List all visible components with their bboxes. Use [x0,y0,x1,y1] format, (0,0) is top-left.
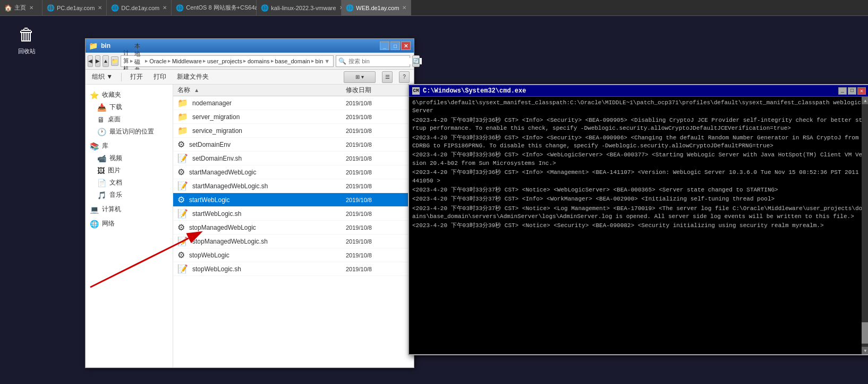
cmd-scroll-down[interactable]: ▼ [862,347,868,354]
cmd-scroll-thumb[interactable] [862,322,868,344]
file-date: 2019/10/8 [346,183,410,189]
file-name: startWebLogic [189,196,346,204]
explorer-main: ⭐ 收藏夹 📥 下载 🖥 桌面 🕐 最近访问的位置 [86,85,414,368]
tab-dc-close[interactable]: ✕ [163,5,167,11]
favorites-icon: ⭐ [90,91,99,99]
tab-web-close[interactable]: ✕ [402,5,406,11]
maximize-button[interactable]: □ [390,41,400,50]
up-button[interactable]: ▲ [103,55,109,67]
tab-home[interactable]: 🏠 主页 ✕ [0,0,42,15]
forward-button[interactable]: ▶ [95,55,100,67]
window-controls: _ □ ✕ [380,41,411,50]
organize-button[interactable]: 组织 ▼ [90,71,115,82]
cmd-line: <2023-4-20 下午03时33分36秒 CST> <Info> <WebL… [412,151,866,168]
file-icon: 📝 [177,236,188,246]
cmd-close-button[interactable]: ✕ [857,87,866,95]
toolbar-separator-1 [121,73,122,81]
search-input[interactable] [348,58,422,64]
file-icon: 📝 [177,181,188,191]
file-item[interactable]: 📝 startWebLogic.sh 2019/10/8 [173,207,414,221]
open-button[interactable]: 打开 [128,71,145,82]
file-date: 2019/10/8 [346,155,410,162]
file-item[interactable]: 📝 stopWebLogic.sh 2019/10/8 [173,262,414,276]
cmd-line: 6\profiles\default\sysext_manifest_class… [412,99,866,115]
nav-music[interactable]: 🎵 音乐 [86,189,173,201]
cmd-line: <2023-4-20 下午03时33分37秒 CST> <Notice> <Lo… [412,205,866,221]
file-item[interactable]: ⚙ stopWebLogic 2019/10/8 [173,248,414,262]
search-box[interactable]: 🔍 [336,55,410,67]
col-date-header: 修改日期 [346,86,410,95]
file-icon: ⚙ [177,250,185,260]
desktop: 🏠 主页 ✕ 🌐 PC.de1ay.com ✕ 🌐 DC.de1ay.com ✕… [0,0,868,384]
nav-video[interactable]: 📹 视频 [86,152,173,164]
favorites-section: ⭐ 收藏夹 📥 下载 🖥 桌面 🕐 最近访问的位置 [86,89,173,138]
file-date: 2019/10/8 [346,266,410,272]
file-explorer-title-icon: 📁 [89,41,98,50]
back-button[interactable]: ◀ [88,55,93,67]
file-item[interactable]: 📁 nodemanager 2019/10/8 [173,96,414,110]
path-bin: bin [316,58,324,64]
tab-kali-label: kali-linux-2022.3-vmware [271,5,336,11]
file-icon: 📝 [177,153,188,163]
cmd-titlebar[interactable]: CM C:\Windows\System32\cmd.exe _ □ ✕ [409,85,868,97]
nav-favorites[interactable]: ⭐ 收藏夹 [86,89,173,101]
file-date: 2019/10/8 [346,169,410,176]
help-button[interactable]: ? [399,71,410,83]
new-folder-button[interactable]: 新建文件夹 [175,71,211,82]
address-path[interactable]: 计算机 ▸ 本地磁盘 (C:) ▸ Oracle ▸ Middleware ▸ … [121,55,334,67]
cmd-maximize-button[interactable]: □ [848,87,856,95]
desktop-nav-icon: 🖥 [97,115,105,124]
nav-images[interactable]: 🖼 图片 [86,164,173,177]
view-options-button[interactable]: ⊞ ▾ [344,71,376,83]
file-name: startManagedWebLogic.sh [192,182,346,190]
tab-dc-icon: 🌐 [111,4,119,12]
tab-dc-delay[interactable]: 🌐 DC.de1ay.com ✕ [107,0,172,15]
minimize-button[interactable]: _ [380,41,389,50]
cmd-scrollbar[interactable]: ▲ ▼ [862,97,868,354]
file-item[interactable]: ⚙ startManagedWebLogic 2019/10/8 [173,165,414,179]
file-item[interactable]: ⚙ setDomainEnv 2019/10/8 [173,138,414,152]
nav-library[interactable]: 📚 库 [86,140,173,152]
file-name: stopManagedWebLogic.sh [192,238,346,245]
nav-recent[interactable]: 🕐 最近访问的位置 [86,126,173,138]
nav-computer[interactable]: 💻 计算机 [86,203,173,215]
close-button[interactable]: ✕ [401,41,411,50]
refresh-button[interactable]: 🔄 [412,55,420,67]
file-item[interactable]: 📝 startManagedWebLogic.sh 2019/10/8 [173,179,414,193]
tab-kali[interactable]: 🌐 kali-linux-2022.3-vmware ✕ [257,0,342,15]
file-icon: 📁 [177,98,188,108]
tab-home-close[interactable]: ✕ [29,5,33,11]
nav-downloads[interactable]: 📥 下载 [86,101,173,113]
tab-pc-close[interactable]: ✕ [98,5,102,11]
file-item[interactable]: ⚙ stopManagedWebLogic 2019/10/8 [173,221,414,235]
nav-documents[interactable]: 📄 文档 [86,177,173,189]
path-domains: domains [248,58,270,64]
file-name: server_migration [192,113,346,121]
nav-desktop[interactable]: 🖥 桌面 [86,113,173,126]
file-date: 2019/10/8 [346,224,410,231]
tab-centos-label: CentOS 8 网站服务+CS64a 位 [186,4,265,12]
file-item[interactable]: 📝 setDomainEnv.sh 2019/10/8 [173,152,414,165]
cmd-scroll-up[interactable]: ▲ [862,97,868,104]
cmd-line: <2023-4-20 下午03时33分36秒 CST> <Info> <Secu… [412,134,866,151]
print-button[interactable]: 打印 [151,71,168,82]
tab-dc-label: DC.de1ay.com [121,5,159,11]
recycle-bin-icon[interactable]: 🗑 回收站 [8,24,45,55]
file-icon: 📝 [177,208,188,219]
cmd-line: <2023-4-20 下午03时33分36秒 CST> <Info> <Secu… [412,116,866,133]
tab-centos[interactable]: 🌐 CentOS 8 网站服务+CS64a 位 ✕ [172,0,257,15]
cmd-minimize-button[interactable]: _ [838,87,847,95]
path-middleware: Middleware [172,58,202,64]
tab-pc-delay[interactable]: 🌐 PC.de1ay.com ✕ [42,0,107,15]
images-icon: 🖼 [97,166,105,175]
file-item[interactable]: 📁 server_migration 2019/10/8 [173,110,414,124]
file-item[interactable]: 📝 stopManagedWebLogic.sh 2019/10/8 [173,235,414,248]
view-details-button[interactable]: ☰ [382,71,393,83]
file-item[interactable]: 📁 service_migration 2019/10/8 [173,124,414,138]
tab-web-delay[interactable]: 🌐 WEB.de1ay.com ✕ [342,0,411,15]
col-name-header[interactable]: 名称 ▲ [177,86,346,95]
file-item[interactable]: ⚙ startWebLogic 2019/10/8 [173,193,414,207]
nav-network[interactable]: 🌐 网络 [86,218,173,230]
cmd-line: <2023-4-20 下午03时33分37秒 CST> <Notice> <We… [412,186,866,194]
file-icon: ⚙ [177,139,185,149]
